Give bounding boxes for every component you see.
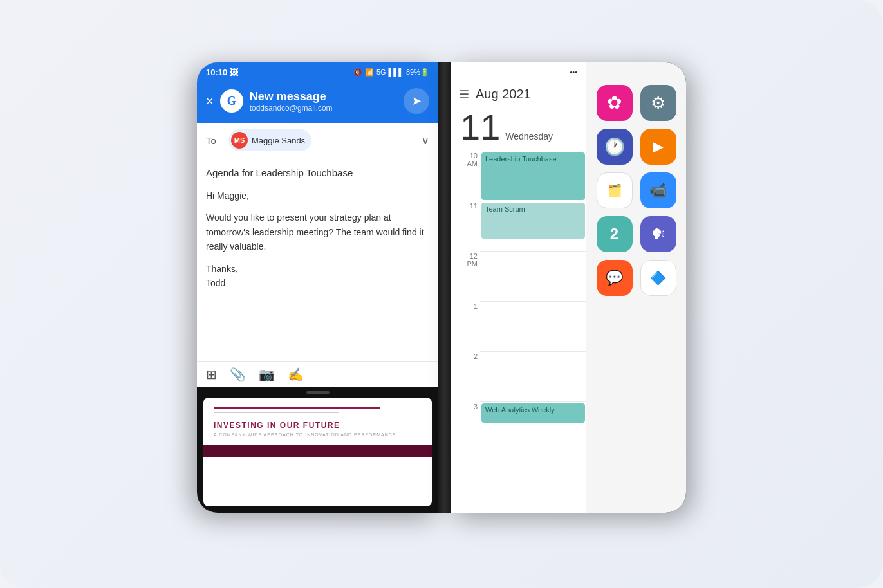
- time-content-3pm: Web Analytics Weekly: [480, 401, 586, 452]
- network-5g: 5G: [376, 68, 386, 76]
- camera-indicator-icon: 🖼: [230, 68, 238, 77]
- document-preview-area: INVESTING IN OUR FUTURE A COMPANY-WIDE A…: [197, 387, 438, 513]
- app-row-5: 💬 🔷: [595, 260, 677, 296]
- office365-icon: 🔷: [650, 271, 666, 284]
- event-team-scrum[interactable]: Team Scrum: [481, 203, 585, 239]
- time-slot-12pm: 12PM: [451, 251, 586, 301]
- event-leadership-touchbase[interactable]: Leadership Touchbase: [481, 152, 585, 200]
- compose-title: New message: [250, 90, 397, 104]
- time-display: 10:10: [206, 68, 227, 77]
- send-button[interactable]: ➤: [404, 88, 429, 114]
- left-panel: 10:10 🖼 🔇 📶 5G ▌▌▌ 89%🔋 ×: [197, 62, 438, 513]
- date-number: 11: [460, 109, 500, 145]
- time-slot-2pm: 2: [451, 351, 586, 401]
- recipient-chip[interactable]: MS Maggie Sands: [228, 129, 311, 151]
- status-time: 10:10 🖼: [206, 68, 238, 77]
- right-status-bar: •••: [451, 62, 586, 82]
- time-content-12pm: [480, 251, 586, 301]
- email-content: Hi Maggie, Would you like to present you…: [206, 188, 429, 290]
- doc-subtitle: A COMPANY-WIDE APPROACH TO INNOVATION AN…: [214, 432, 422, 437]
- fold-phone: 10:10 🖼 🔇 📶 5G ▌▌▌ 89%🔋 ×: [197, 62, 686, 526]
- mute-icon: 🔇: [353, 68, 362, 77]
- clock-icon: 🕐: [604, 138, 625, 155]
- email-subject: Agenda for Leadership Touchbase: [206, 167, 429, 178]
- time-slot-3pm: 3 Web Analytics Weekly: [451, 401, 586, 452]
- app-grid-section: ✿ ⚙ 🕐 ▶ 🗂️: [586, 62, 686, 513]
- app-google-meet[interactable]: ▶: [640, 129, 676, 165]
- send-arrow-icon: ➤: [412, 94, 422, 108]
- date-display: 11 Wednesday: [451, 107, 586, 151]
- teams-icon: 🗣: [651, 227, 665, 241]
- recipient-name: Maggie Sands: [252, 136, 305, 145]
- app-teams[interactable]: 🗣: [640, 216, 676, 252]
- greeting-line: Hi Maggie,: [206, 188, 429, 203]
- app-clock[interactable]: 🕐: [597, 129, 633, 165]
- app-calendar2[interactable]: 2: [597, 216, 633, 252]
- app-row-2: 🕐 ▶: [595, 129, 677, 165]
- event-title: Leadership Touchbase: [485, 155, 557, 163]
- app-zoom[interactable]: 📹: [640, 172, 676, 208]
- wifi-icon: 📶: [365, 68, 374, 77]
- email-header: × G New message toddsandco@gmail.com ➤: [197, 82, 438, 123]
- time-content-1pm: [480, 301, 586, 351]
- app-duo[interactable]: 💬: [597, 260, 633, 296]
- email-toolbar: ⊞ 📎 📷 ✍: [197, 361, 438, 387]
- time-content-2pm: [480, 351, 586, 401]
- google-g-letter: G: [227, 95, 236, 108]
- date-day: Wednesday: [505, 131, 553, 142]
- office-icon: 🗂️: [608, 185, 622, 196]
- insert-icon[interactable]: ⊞: [206, 367, 217, 382]
- calendar2-icon: 2: [610, 226, 618, 242]
- camera-icon[interactable]: 📷: [259, 367, 275, 382]
- time-label-3pm: 3: [451, 401, 480, 410]
- document-preview: INVESTING IN OUR FUTURE A COMPANY-WIDE A…: [203, 398, 432, 506]
- header-text: New message toddsandco@gmail.com: [250, 90, 397, 113]
- status-icons: 🔇 📶 5G ▌▌▌ 89%🔋: [353, 68, 429, 77]
- calendar-section: ••• ☰ Aug 2021 11 Wednesday 10AM: [451, 62, 586, 513]
- drag-handle-bar: [306, 391, 330, 394]
- close-button[interactable]: ×: [206, 94, 214, 109]
- battery-icon: 89%🔋: [406, 68, 429, 77]
- app-settings[interactable]: ⚙: [640, 85, 676, 121]
- page-background: 10:10 🖼 🔇 📶 5G ▌▌▌ 89%🔋 ×: [0, 0, 883, 588]
- email-body[interactable]: Agenda for Leadership Touchbase Hi Maggi…: [197, 158, 438, 361]
- chevron-down-icon[interactable]: ∨: [422, 134, 429, 147]
- right-panel: ••• ☰ Aug 2021 11 Wednesday 10AM: [451, 62, 686, 513]
- event-title: Web Analytics Weekly: [485, 406, 555, 414]
- right-status-icons: •••: [570, 68, 577, 76]
- status-bar: 10:10 🖼 🔇 📶 5G ▌▌▌ 89%🔋: [197, 62, 438, 82]
- time-label-1pm: 1: [451, 301, 480, 310]
- sign-off: Thanks, Todd: [206, 262, 429, 291]
- meet-icon: ▶: [653, 140, 664, 154]
- to-field[interactable]: To MS Maggie Sands ∨: [197, 123, 438, 158]
- petal-icon: ✿: [607, 94, 622, 112]
- zoom-icon: 📹: [649, 183, 667, 198]
- app-office365[interactable]: 🔷: [640, 260, 676, 296]
- doc-line-gray: [214, 412, 339, 413]
- app-row-4: 2 🗣: [595, 216, 677, 252]
- to-label: To: [206, 135, 222, 146]
- time-label-2pm: 2: [451, 351, 480, 360]
- time-label-10am: 10AM: [451, 151, 480, 167]
- attachment-icon[interactable]: 📎: [230, 367, 246, 382]
- phone-hinge: [438, 62, 451, 513]
- draw-icon[interactable]: ✍: [288, 367, 304, 382]
- app-office[interactable]: 🗂️: [597, 172, 633, 208]
- event-title: Team Scrum: [485, 205, 525, 213]
- thanks-line: Thanks,: [206, 264, 238, 274]
- sender-email: toddsandco@gmail.com: [250, 104, 397, 113]
- time-slot-10am: 10AM Leadership Touchbase: [451, 151, 586, 201]
- app-row-1: ✿ ⚙: [595, 85, 677, 121]
- doc-title: INVESTING IN OUR FUTURE: [214, 421, 422, 430]
- doc-line-red: [214, 407, 380, 409]
- app-petal[interactable]: ✿: [597, 85, 633, 121]
- drag-handle: [197, 387, 438, 398]
- event-web-analytics[interactable]: Web Analytics Weekly: [481, 403, 585, 423]
- duo-icon: 💬: [606, 271, 623, 285]
- recipient-avatar: MS: [231, 132, 248, 149]
- time-content-11: Team Scrum: [480, 201, 586, 251]
- app-row-3: 🗂️ 📹: [595, 172, 677, 208]
- time-slot-1pm: 1: [451, 301, 586, 351]
- hamburger-menu-icon[interactable]: ☰: [459, 87, 469, 102]
- signal-icon: ▌▌▌: [389, 68, 404, 76]
